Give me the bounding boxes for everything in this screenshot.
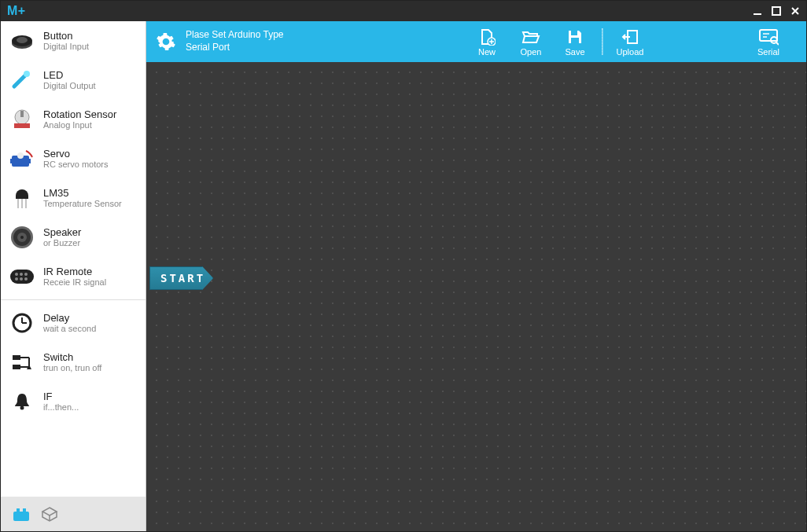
start-block-label: START bbox=[160, 272, 205, 284]
servo-icon bbox=[9, 145, 35, 172]
sidebar-item-sub: Temperature Sensor bbox=[43, 199, 122, 209]
sidebar-item-irremote[interactable]: IR Remote Receie IR signal bbox=[1, 257, 146, 296]
window-controls bbox=[753, 6, 800, 16]
toolbar: Plase Set Arduino Type Serial Port New bbox=[146, 21, 806, 62]
sidebar-item-title: Servo bbox=[43, 148, 109, 160]
sidebar-item-if[interactable]: IF if...then... bbox=[1, 382, 146, 421]
sidebar-separator bbox=[1, 299, 146, 300]
button-label: Upload bbox=[617, 47, 644, 57]
svg-rect-44 bbox=[760, 30, 777, 41]
svg-rect-0 bbox=[754, 13, 761, 15]
minimize-icon[interactable] bbox=[753, 6, 762, 16]
svg-point-13 bbox=[17, 152, 24, 159]
sidebar-item-title: Delay bbox=[43, 312, 96, 325]
gear-icon[interactable] bbox=[156, 31, 176, 52]
sidebar-item-title: Speaker bbox=[43, 226, 81, 239]
maximize-icon[interactable] bbox=[772, 6, 781, 16]
svg-rect-31 bbox=[13, 355, 20, 360]
clock-icon bbox=[9, 310, 35, 336]
toolbar-separator bbox=[602, 28, 603, 55]
svg-rect-8 bbox=[20, 111, 24, 117]
speaker-icon bbox=[9, 224, 35, 251]
bell-icon bbox=[9, 388, 35, 415]
sidebar-item-sub: Receie IR signal bbox=[43, 277, 106, 288]
sidebar-item-title: Button bbox=[43, 30, 89, 42]
button-icon bbox=[9, 28, 35, 54]
canvas-workspace[interactable]: START bbox=[146, 62, 806, 531]
svg-rect-42 bbox=[571, 38, 579, 43]
sidebar-list: Button Digital Input LED Digital Output bbox=[1, 21, 146, 497]
sidebar-item-sub: RC servo motors bbox=[43, 160, 109, 170]
sidebar-item-speaker[interactable]: Speaker or Buzzer bbox=[1, 218, 146, 257]
button-label: Open bbox=[521, 47, 542, 57]
folder-open-icon bbox=[521, 27, 540, 47]
sidebar-item-title: IF bbox=[43, 391, 79, 403]
sidebar-item-lm35[interactable]: LM35 Temperature Sensor bbox=[1, 178, 146, 218]
sidebar-item-title: Switch bbox=[43, 351, 101, 364]
open-button[interactable]: Open bbox=[509, 21, 553, 62]
svg-rect-9 bbox=[14, 123, 30, 128]
sidebar-item-button[interactable]: Button Digital Input bbox=[1, 21, 146, 61]
sidebar-item-rotation[interactable]: Rotation Sensor Analog Input bbox=[1, 100, 146, 139]
svg-point-23 bbox=[20, 273, 23, 276]
serial-monitor-icon bbox=[758, 27, 779, 47]
package-tab-icon[interactable] bbox=[40, 505, 59, 523]
sidebar-item-title: LED bbox=[43, 69, 96, 82]
sidebar-item-servo[interactable]: Servo RC servo motors bbox=[1, 139, 146, 178]
button-label: Save bbox=[565, 47, 584, 57]
switch-icon bbox=[9, 349, 35, 376]
svg-point-20 bbox=[20, 236, 24, 239]
main-area: Plase Set Arduino Type Serial Port New bbox=[146, 21, 806, 531]
svg-rect-11 bbox=[10, 159, 13, 163]
potentiometer-icon bbox=[9, 106, 35, 133]
sidebar-item-sub: wait a second bbox=[43, 324, 96, 334]
svg-rect-21 bbox=[10, 270, 34, 284]
status-line2: Serial Port bbox=[186, 42, 284, 54]
sidebar-item-sub: or Buzzer bbox=[43, 238, 81, 248]
sidebar-item-sub: trun on, trun off bbox=[43, 363, 101, 373]
svg-point-6 bbox=[24, 71, 30, 77]
sidebar-item-delay[interactable]: Delay wait a second bbox=[1, 303, 146, 343]
sidebar: Button Digital Input LED Digital Output bbox=[1, 21, 146, 531]
svg-rect-35 bbox=[13, 512, 29, 521]
app-window: M+ Button Digita bbox=[0, 0, 807, 532]
toolbar-actions: New Open Save bbox=[465, 21, 806, 62]
button-label: Serial bbox=[757, 47, 779, 57]
svg-point-26 bbox=[20, 277, 23, 281]
temperature-sensor-icon bbox=[9, 185, 35, 211]
sidebar-item-sub: Analog Input bbox=[43, 120, 116, 130]
svg-point-22 bbox=[15, 273, 18, 276]
sidebar-item-led[interactable]: LED Digital Output bbox=[1, 61, 146, 100]
sidebar-item-switch[interactable]: Switch trun on, trun off bbox=[1, 343, 146, 382]
new-button[interactable]: New bbox=[465, 21, 509, 62]
sidebar-item-sub: Digital Output bbox=[43, 81, 96, 91]
svg-rect-12 bbox=[28, 159, 31, 163]
sidebar-item-title: IR Remote bbox=[43, 266, 106, 278]
save-button[interactable]: Save bbox=[553, 21, 597, 62]
app-logo: M+ bbox=[7, 4, 26, 18]
close-icon[interactable] bbox=[790, 6, 800, 16]
ir-remote-icon bbox=[9, 263, 35, 290]
sidebar-item-title: LM35 bbox=[43, 187, 122, 200]
status-text: Plase Set Arduino Type Serial Port bbox=[186, 29, 284, 53]
sidebar-footer bbox=[1, 497, 146, 531]
sidebar-item-title: Rotation Sensor bbox=[43, 108, 116, 121]
svg-rect-1 bbox=[772, 7, 780, 15]
svg-point-24 bbox=[24, 273, 28, 276]
svg-point-34 bbox=[20, 406, 24, 410]
button-label: New bbox=[478, 47, 496, 57]
svg-point-25 bbox=[15, 277, 18, 281]
status-line1: Plase Set Arduino Type bbox=[186, 29, 284, 42]
svg-point-27 bbox=[24, 277, 28, 281]
upload-icon bbox=[621, 27, 639, 47]
svg-rect-36 bbox=[17, 508, 20, 512]
save-icon bbox=[566, 27, 584, 47]
start-block[interactable]: START bbox=[149, 266, 213, 290]
sidebar-item-sub: Digital Input bbox=[43, 42, 89, 52]
svg-rect-32 bbox=[13, 365, 20, 369]
blocks-tab-icon[interactable] bbox=[12, 505, 31, 523]
svg-line-48 bbox=[776, 42, 779, 45]
serial-button[interactable]: Serial bbox=[746, 21, 790, 62]
svg-rect-37 bbox=[23, 508, 26, 512]
upload-button[interactable]: Upload bbox=[608, 21, 652, 62]
